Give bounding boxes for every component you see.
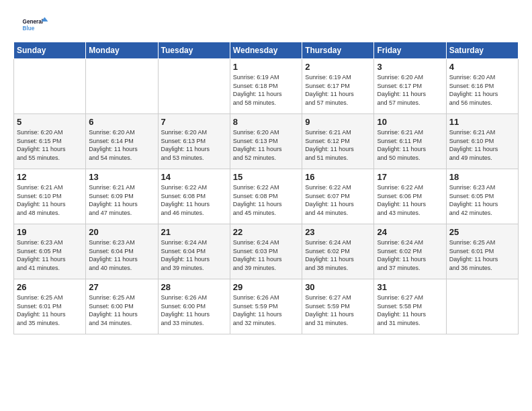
day-number: 2 xyxy=(305,62,371,72)
day-number: 17 xyxy=(377,172,443,182)
day-number: 26 xyxy=(17,282,83,292)
day-info: Sunrise: 6:26 AM Sunset: 6:00 PM Dayligh… xyxy=(161,293,227,327)
day-number: 10 xyxy=(377,117,443,127)
calendar-cell xyxy=(446,279,518,334)
calendar-cell: 18Sunrise: 6:23 AM Sunset: 6:05 PM Dayli… xyxy=(446,169,518,224)
day-number: 30 xyxy=(305,282,371,292)
weekday-header-monday: Monday xyxy=(86,42,158,59)
calendar-cell: 1Sunrise: 6:19 AM Sunset: 6:18 PM Daylig… xyxy=(230,59,302,114)
day-number: 20 xyxy=(89,227,154,237)
calendar-cell: 20Sunrise: 6:23 AM Sunset: 6:04 PM Dayli… xyxy=(86,224,158,279)
day-info: Sunrise: 6:23 AM Sunset: 6:05 PM Dayligh… xyxy=(449,183,515,217)
calendar-cell: 28Sunrise: 6:26 AM Sunset: 6:00 PM Dayli… xyxy=(158,279,230,334)
day-number: 14 xyxy=(161,172,227,182)
calendar-cell: 8Sunrise: 6:20 AM Sunset: 6:13 PM Daylig… xyxy=(230,114,302,169)
weekday-header-friday: Friday xyxy=(374,42,446,59)
day-number: 18 xyxy=(449,172,515,182)
day-number: 4 xyxy=(449,62,515,72)
day-number: 21 xyxy=(161,227,227,237)
svg-text:General: General xyxy=(23,19,44,25)
day-number: 5 xyxy=(17,117,83,127)
calendar-cell: 5Sunrise: 6:20 AM Sunset: 6:15 PM Daylig… xyxy=(14,114,86,169)
day-info: Sunrise: 6:26 AM Sunset: 5:59 PM Dayligh… xyxy=(233,293,299,327)
day-info: Sunrise: 6:22 AM Sunset: 6:08 PM Dayligh… xyxy=(233,183,299,217)
calendar-cell: 25Sunrise: 6:25 AM Sunset: 6:01 PM Dayli… xyxy=(446,224,518,279)
page-header: General Blue xyxy=(13,12,519,38)
day-number: 23 xyxy=(305,227,371,237)
day-number: 24 xyxy=(377,227,443,237)
calendar-cell: 10Sunrise: 6:21 AM Sunset: 6:11 PM Dayli… xyxy=(374,114,446,169)
day-info: Sunrise: 6:23 AM Sunset: 6:05 PM Dayligh… xyxy=(17,238,83,272)
day-info: Sunrise: 6:19 AM Sunset: 6:18 PM Dayligh… xyxy=(233,73,299,107)
day-number: 11 xyxy=(449,117,515,127)
calendar-cell xyxy=(158,59,230,114)
calendar-cell: 4Sunrise: 6:20 AM Sunset: 6:16 PM Daylig… xyxy=(446,59,518,114)
day-info: Sunrise: 6:22 AM Sunset: 6:07 PM Dayligh… xyxy=(305,183,371,217)
weekday-header-tuesday: Tuesday xyxy=(158,42,230,59)
calendar-cell: 17Sunrise: 6:22 AM Sunset: 6:06 PM Dayli… xyxy=(374,169,446,224)
svg-text:Blue: Blue xyxy=(23,26,35,32)
day-info: Sunrise: 6:22 AM Sunset: 6:08 PM Dayligh… xyxy=(161,183,227,217)
day-number: 15 xyxy=(233,172,299,182)
calendar-cell: 22Sunrise: 6:24 AM Sunset: 6:03 PM Dayli… xyxy=(230,224,302,279)
day-info: Sunrise: 6:20 AM Sunset: 6:16 PM Dayligh… xyxy=(449,73,515,107)
day-number: 16 xyxy=(305,172,371,182)
day-info: Sunrise: 6:24 AM Sunset: 6:02 PM Dayligh… xyxy=(377,238,443,272)
calendar-cell: 31Sunrise: 6:27 AM Sunset: 5:58 PM Dayli… xyxy=(374,279,446,334)
day-info: Sunrise: 6:20 AM Sunset: 6:13 PM Dayligh… xyxy=(161,128,227,162)
day-info: Sunrise: 6:22 AM Sunset: 6:06 PM Dayligh… xyxy=(377,183,443,217)
day-info: Sunrise: 6:25 AM Sunset: 6:01 PM Dayligh… xyxy=(449,238,515,272)
day-number: 25 xyxy=(449,227,515,237)
day-info: Sunrise: 6:24 AM Sunset: 6:03 PM Dayligh… xyxy=(233,238,299,272)
day-info: Sunrise: 6:27 AM Sunset: 5:59 PM Dayligh… xyxy=(305,293,371,327)
calendar-week-row: 5Sunrise: 6:20 AM Sunset: 6:15 PM Daylig… xyxy=(14,114,519,169)
day-info: Sunrise: 6:27 AM Sunset: 5:58 PM Dayligh… xyxy=(377,293,443,327)
day-number: 27 xyxy=(89,282,154,292)
page-container: General Blue SundayMondayTuesdayWednesda… xyxy=(0,0,532,341)
day-info: Sunrise: 6:25 AM Sunset: 6:00 PM Dayligh… xyxy=(89,293,154,327)
calendar-table: SundayMondayTuesdayWednesdayThursdayFrid… xyxy=(13,42,519,334)
day-number: 9 xyxy=(305,117,371,127)
logo: General Blue xyxy=(13,12,57,38)
calendar-cell: 9Sunrise: 6:21 AM Sunset: 6:12 PM Daylig… xyxy=(302,114,374,169)
day-number: 31 xyxy=(377,282,443,292)
day-number: 12 xyxy=(17,172,83,182)
calendar-cell: 21Sunrise: 6:24 AM Sunset: 6:04 PM Dayli… xyxy=(158,224,230,279)
calendar-cell: 15Sunrise: 6:22 AM Sunset: 6:08 PM Dayli… xyxy=(230,169,302,224)
day-number: 29 xyxy=(233,282,299,292)
weekday-header-wednesday: Wednesday xyxy=(230,42,302,59)
day-number: 7 xyxy=(161,117,227,127)
calendar-cell: 11Sunrise: 6:21 AM Sunset: 6:10 PM Dayli… xyxy=(446,114,518,169)
day-number: 6 xyxy=(89,117,154,127)
day-info: Sunrise: 6:23 AM Sunset: 6:04 PM Dayligh… xyxy=(89,238,154,272)
day-number: 19 xyxy=(17,227,83,237)
day-info: Sunrise: 6:21 AM Sunset: 6:12 PM Dayligh… xyxy=(305,128,371,162)
weekday-header-sunday: Sunday xyxy=(14,42,86,59)
day-info: Sunrise: 6:24 AM Sunset: 6:02 PM Dayligh… xyxy=(305,238,371,272)
day-info: Sunrise: 6:19 AM Sunset: 6:17 PM Dayligh… xyxy=(305,73,371,107)
calendar-week-row: 19Sunrise: 6:23 AM Sunset: 6:05 PM Dayli… xyxy=(14,224,519,279)
calendar-week-row: 26Sunrise: 6:25 AM Sunset: 6:01 PM Dayli… xyxy=(14,279,519,334)
calendar-cell: 3Sunrise: 6:20 AM Sunset: 6:17 PM Daylig… xyxy=(374,59,446,114)
calendar-cell: 12Sunrise: 6:21 AM Sunset: 6:10 PM Dayli… xyxy=(14,169,86,224)
calendar-header-row: SundayMondayTuesdayWednesdayThursdayFrid… xyxy=(14,42,519,59)
weekday-header-thursday: Thursday xyxy=(302,42,374,59)
day-info: Sunrise: 6:25 AM Sunset: 6:01 PM Dayligh… xyxy=(17,293,83,327)
calendar-cell: 24Sunrise: 6:24 AM Sunset: 6:02 PM Dayli… xyxy=(374,224,446,279)
day-info: Sunrise: 6:20 AM Sunset: 6:13 PM Dayligh… xyxy=(233,128,299,162)
day-info: Sunrise: 6:20 AM Sunset: 6:15 PM Dayligh… xyxy=(17,128,83,162)
weekday-header-saturday: Saturday xyxy=(446,42,518,59)
calendar-cell: 2Sunrise: 6:19 AM Sunset: 6:17 PM Daylig… xyxy=(302,59,374,114)
calendar-week-row: 1Sunrise: 6:19 AM Sunset: 6:18 PM Daylig… xyxy=(14,59,519,114)
logo-icon: General Blue xyxy=(13,12,57,38)
day-info: Sunrise: 6:20 AM Sunset: 6:17 PM Dayligh… xyxy=(377,73,443,107)
day-number: 22 xyxy=(233,227,299,237)
day-info: Sunrise: 6:21 AM Sunset: 6:10 PM Dayligh… xyxy=(449,128,515,162)
day-info: Sunrise: 6:21 AM Sunset: 6:09 PM Dayligh… xyxy=(89,183,154,217)
calendar-cell xyxy=(86,59,158,114)
calendar-cell: 30Sunrise: 6:27 AM Sunset: 5:59 PM Dayli… xyxy=(302,279,374,334)
calendar-cell: 23Sunrise: 6:24 AM Sunset: 6:02 PM Dayli… xyxy=(302,224,374,279)
day-number: 13 xyxy=(89,172,154,182)
day-info: Sunrise: 6:20 AM Sunset: 6:14 PM Dayligh… xyxy=(89,128,154,162)
day-info: Sunrise: 6:21 AM Sunset: 6:11 PM Dayligh… xyxy=(377,128,443,162)
